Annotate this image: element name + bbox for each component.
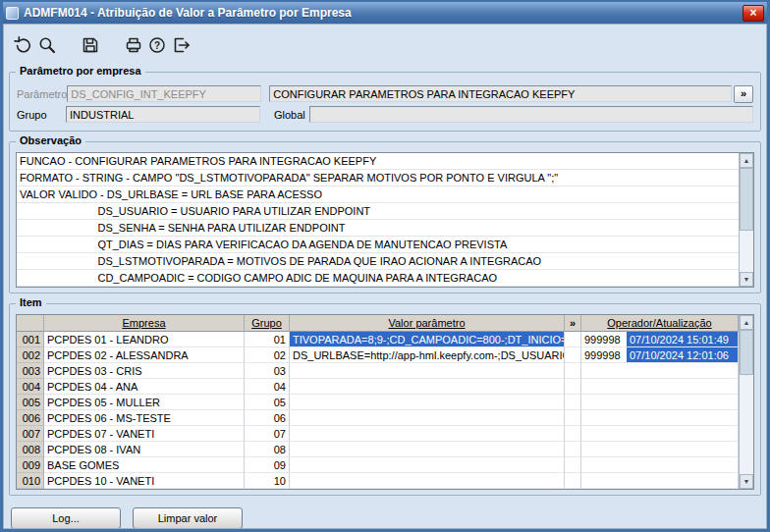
header-operador[interactable]: Operador/Atualização (581, 315, 739, 332)
expand-cell[interactable] (565, 332, 581, 347)
valor-cell[interactable] (290, 410, 565, 426)
header-expand-button[interactable]: » (565, 315, 581, 332)
valor-cell[interactable] (290, 395, 565, 410)
scroll-track[interactable] (740, 168, 753, 272)
table-row[interactable]: 008 PCPDES 08 - IVAN 08 (17, 442, 739, 457)
scroll-up-button[interactable]: ▲ (740, 315, 753, 330)
operador-cell[interactable]: 999998 07/10/2024 15:01:49 (581, 332, 739, 347)
valor-cell[interactable] (290, 473, 565, 489)
row-number-cell[interactable]: 002 (17, 347, 44, 363)
grupo-cell[interactable]: 06 (245, 410, 290, 426)
grupo-cell[interactable]: 03 (245, 363, 290, 379)
table-row[interactable]: 002 PCPDES 02 - ALESSANDRA 02 DS_URLBASE… (17, 347, 739, 363)
expand-cell[interactable] (565, 426, 581, 442)
row-number-cell[interactable]: 004 (17, 379, 44, 395)
empresa-cell[interactable]: PCPDES 08 - IVAN (44, 442, 245, 457)
expand-cell[interactable] (565, 379, 581, 395)
row-number-cell[interactable]: 006 (17, 410, 44, 426)
expand-cell[interactable] (565, 347, 581, 363)
scroll-up-button[interactable]: ▲ (740, 153, 753, 168)
operador-cell[interactable] (581, 410, 739, 426)
grupo-cell[interactable]: 08 (245, 442, 290, 457)
grupo-cell[interactable]: 07 (245, 426, 290, 442)
valor-cell[interactable] (290, 442, 565, 457)
limpar-valor-button[interactable]: Limpar valor (133, 507, 243, 529)
valor-cell[interactable]: DS_URLBASE=http://app-hml.keepfy.com-;DS… (290, 347, 565, 363)
operador-cell[interactable] (581, 395, 739, 410)
operador-cell[interactable] (581, 457, 739, 473)
table-row[interactable]: 003 PCPDES 03 - CRIS 03 (17, 363, 739, 379)
empresa-cell[interactable]: BASE GOMES (44, 457, 245, 473)
undo-button[interactable] (12, 33, 35, 57)
close-button[interactable]: × (742, 5, 764, 22)
expand-cell[interactable] (565, 410, 581, 426)
empresa-cell[interactable]: PCPDES 10 - VANETI (44, 473, 245, 489)
scroll-track[interactable] (740, 330, 753, 474)
operador-cell[interactable] (581, 426, 739, 442)
table-row[interactable]: 004 PCPDES 04 - ANA 04 (17, 379, 739, 395)
expand-cell[interactable] (565, 457, 581, 473)
exit-button[interactable] (169, 33, 192, 57)
row-number-cell[interactable]: 008 (17, 442, 44, 457)
grupo-field[interactable]: INDUSTRIAL (66, 106, 260, 123)
valor-cell[interactable] (290, 379, 565, 395)
search-button[interactable] (35, 33, 59, 57)
scroll-thumb[interactable] (740, 168, 753, 231)
log-button[interactable]: Log... (11, 507, 121, 529)
row-number-cell[interactable]: 007 (17, 426, 44, 442)
expand-cell[interactable] (565, 395, 581, 410)
empresa-cell[interactable]: PCPDES 07 - VANETI (44, 426, 245, 442)
grupo-cell[interactable]: 01 (245, 332, 290, 347)
observacao-scrollbar[interactable]: ▲ ▼ (739, 153, 753, 287)
grupo-cell[interactable]: 02 (245, 347, 290, 363)
row-number-cell[interactable]: 003 (17, 363, 44, 379)
parametro-code-field[interactable]: DS_CONFIG_INT_KEEPFY (67, 85, 261, 102)
operador-cell[interactable] (581, 442, 739, 457)
empresa-cell[interactable]: PCPDES 03 - CRIS (44, 363, 245, 379)
row-number-cell[interactable]: 005 (17, 395, 44, 410)
global-field[interactable] (309, 106, 753, 123)
title-bar[interactable]: ADMFM014 - Atribuição de Valor a Parâmet… (3, 2, 767, 24)
operador-cell[interactable]: 999998 07/10/2024 12:01:06 (581, 347, 739, 363)
empresa-cell[interactable]: PCPDES 06 - MS-TESTE (44, 410, 245, 426)
header-grupo[interactable]: Grupo (245, 315, 290, 332)
help-button[interactable]: ? (145, 33, 169, 57)
grupo-cell[interactable]: 05 (245, 395, 290, 410)
valor-cell[interactable]: TIVOPARADA=8;9-;CD_CAMPOADIC=800-;DT_INI… (290, 332, 565, 347)
parametro-desc-field[interactable]: CONFIGURAR PARAMETROS PARA INTEGRACAO KE… (269, 85, 732, 102)
grupo-cell[interactable]: 04 (245, 379, 290, 395)
scroll-thumb[interactable] (740, 330, 753, 375)
table-row[interactable]: 006 PCPDES 06 - MS-TESTE 06 (17, 410, 739, 426)
operador-cell[interactable] (581, 473, 739, 489)
print-button[interactable] (122, 33, 145, 57)
header-valor[interactable]: Valor parâmetro (290, 315, 565, 332)
valor-cell[interactable] (290, 457, 565, 473)
table-row[interactable]: 005 PCPDES 05 - MULLER 05 (17, 395, 739, 410)
row-number-cell[interactable]: 010 (17, 473, 44, 489)
table-row[interactable]: 001 PCPDES 01 - LEANDRO 01 TIVOPARADA=8;… (17, 332, 739, 347)
item-grid-scrollbar[interactable]: ▲ ▼ (739, 315, 753, 489)
grupo-cell[interactable]: 10 (245, 473, 290, 489)
expand-cell[interactable] (565, 363, 581, 379)
empresa-cell[interactable]: PCPDES 02 - ALESSANDRA (44, 347, 245, 363)
expand-cell[interactable] (565, 473, 581, 489)
scroll-down-button[interactable]: ▼ (740, 474, 753, 489)
row-number-cell[interactable]: 001 (17, 332, 44, 347)
header-empresa[interactable]: Empresa (44, 315, 245, 332)
save-button[interactable] (79, 33, 102, 57)
operador-cell[interactable] (581, 379, 739, 395)
empresa-cell[interactable]: PCPDES 05 - MULLER (44, 395, 245, 410)
table-row[interactable]: 010 PCPDES 10 - VANETI 10 (17, 473, 739, 489)
table-row[interactable]: 009 BASE GOMES 09 (17, 457, 739, 473)
row-number-cell[interactable]: 009 (17, 457, 44, 473)
grupo-cell[interactable]: 09 (245, 457, 290, 473)
valor-cell[interactable] (290, 426, 565, 442)
table-row[interactable]: 007 PCPDES 07 - VANETI 07 (17, 426, 739, 442)
scroll-down-button[interactable]: ▼ (740, 272, 753, 287)
empresa-cell[interactable]: PCPDES 01 - LEANDRO (44, 332, 245, 347)
operador-cell[interactable] (581, 363, 739, 379)
parametro-expand-button[interactable]: » (734, 85, 753, 103)
expand-cell[interactable] (565, 442, 581, 457)
valor-cell[interactable] (290, 363, 565, 379)
empresa-cell[interactable]: PCPDES 04 - ANA (44, 379, 245, 395)
